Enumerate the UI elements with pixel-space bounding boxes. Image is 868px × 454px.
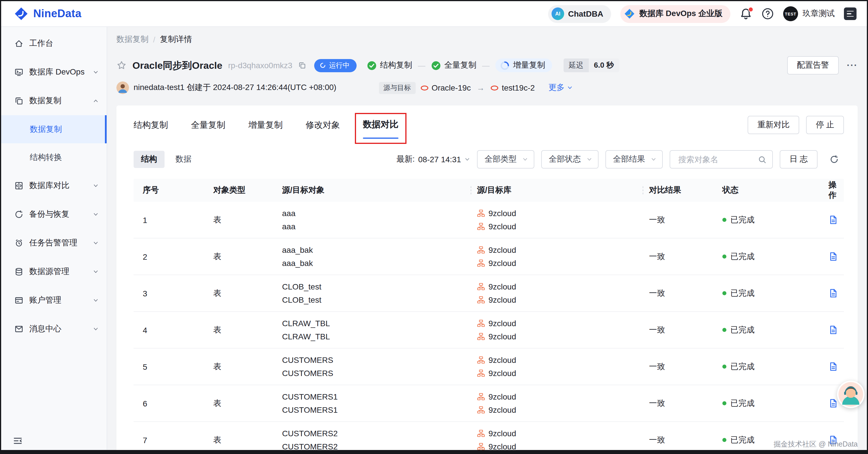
search-input[interactable] xyxy=(677,154,758,164)
configure-alert-button[interactable]: 配置告警 xyxy=(787,56,839,74)
sidebar-item[interactable]: 数据库 DevOps xyxy=(1,58,106,87)
row-status: 已完成 xyxy=(722,215,829,225)
status-dot xyxy=(722,291,726,295)
datasource-node-icon xyxy=(477,222,485,230)
compare-result: 一致 xyxy=(649,251,722,262)
oracle-icon xyxy=(490,84,499,92)
status-filter-select[interactable]: 全部状态 xyxy=(541,150,598,168)
task-header: Oracle同步到Oracle rp-d3qhaxo0mkz3 运行中 结构复制… xyxy=(116,56,858,74)
delay-chip: 延迟 6.0 秒 xyxy=(564,59,619,72)
check-circle-icon xyxy=(431,61,441,70)
main-content: 数据复制 / 复制详情 Oracle同步到Oracle rp-d3qhaxo0m… xyxy=(107,27,867,453)
user-menu[interactable]: TEST 玖章测试 xyxy=(783,6,835,21)
row-index: 5 xyxy=(133,362,213,371)
devops-edition-button[interactable]: 数据库 DevOps 企业版 xyxy=(621,5,731,23)
row-index: 7 xyxy=(133,435,213,445)
chatdba-button[interactable]: AI ChatDBA xyxy=(548,5,612,23)
customer-service-avatar[interactable] xyxy=(837,381,865,408)
sidebar-item[interactable]: 数据源管理 xyxy=(1,257,106,286)
sidebar-item[interactable]: 备份与恢复 xyxy=(1,200,106,229)
compare-table: 序号对象类型源/目标对象源/目标库对比结果状态操作 1表aaaaaa9zclou… xyxy=(133,179,844,453)
sidebar-item[interactable]: 账户管理 xyxy=(1,286,106,315)
source-target-object: aaaaaa xyxy=(282,207,477,233)
help-icon[interactable] xyxy=(762,7,774,20)
replication-step: 全量复制 xyxy=(431,60,476,70)
sidebar-subitem[interactable]: 结构转换 xyxy=(1,143,106,171)
task-id: rp-d3qhaxo0mkz3 xyxy=(228,61,292,70)
report-doc-icon[interactable] xyxy=(829,325,838,335)
row-status: 已完成 xyxy=(722,251,829,262)
refresh-icon[interactable] xyxy=(825,150,844,168)
tab-全量复制[interactable]: 全量复制 xyxy=(191,120,225,139)
result-filter-select[interactable]: 全部结果 xyxy=(606,150,663,168)
column-header: 源/目标库 xyxy=(477,179,649,202)
star-icon[interactable] xyxy=(116,60,127,70)
row-status: 已完成 xyxy=(722,398,829,409)
type-filter-select[interactable]: 全部类型 xyxy=(477,150,534,168)
report-doc-icon[interactable] xyxy=(829,252,838,261)
replication-step: 结构复制 xyxy=(367,60,412,70)
report-doc-icon[interactable] xyxy=(829,398,838,408)
log-button[interactable]: 日 志 xyxy=(780,150,817,168)
account-icon xyxy=(14,296,24,305)
tab-bar: 结构复制全量复制增量复制修改对象数据对比 xyxy=(133,119,399,139)
source-target-label: 源与目标 xyxy=(379,82,415,94)
status-dot xyxy=(722,364,726,368)
docs-panel-icon[interactable] xyxy=(844,7,857,20)
tab-修改对象[interactable]: 修改对象 xyxy=(306,120,340,139)
row-status: 已完成 xyxy=(722,288,829,298)
user-avatar: TEST xyxy=(783,6,798,21)
sidebar-item[interactable]: 工作台 xyxy=(1,29,106,58)
recompare-button[interactable]: 重新对比 xyxy=(748,116,799,134)
copy-icon[interactable] xyxy=(298,61,306,69)
loading-spinner-icon xyxy=(500,61,510,70)
sidebar-item[interactable]: 任务告警管理 xyxy=(1,229,106,257)
row-index: 3 xyxy=(133,289,213,298)
notification-bell-icon[interactable] xyxy=(740,7,752,20)
mode-chip[interactable]: 数据 xyxy=(168,151,199,168)
datasource-node-icon xyxy=(477,209,485,217)
object-type: 表 xyxy=(213,288,282,298)
more-actions-icon[interactable]: ··· xyxy=(847,60,858,70)
compare-result: 一致 xyxy=(649,325,722,335)
chevron-down-icon xyxy=(93,269,99,274)
status-dot xyxy=(722,255,726,259)
sidebar-item[interactable]: 数据复制 xyxy=(1,87,106,115)
status-dot xyxy=(722,401,726,405)
table-row: 3表CLOB_testCLOB_test9zcloud9zcloud一致已完成 xyxy=(133,275,844,312)
mode-chip[interactable]: 结构 xyxy=(133,151,164,168)
sidebar-collapse-icon[interactable] xyxy=(12,436,23,446)
more-link[interactable]: 更多 xyxy=(549,83,573,93)
target-datasource[interactable]: test19c-2 xyxy=(490,83,535,92)
row-index: 6 xyxy=(133,399,213,408)
source-target-db: 9zcloud9zcloud xyxy=(477,390,649,417)
source-datasource[interactable]: Oracle-19c xyxy=(420,83,471,92)
check-circle-icon xyxy=(367,61,377,70)
tab-数据对比[interactable]: 数据对比 xyxy=(363,119,399,139)
report-doc-icon[interactable] xyxy=(829,362,838,371)
chevron-down-icon xyxy=(93,69,99,75)
report-doc-icon[interactable] xyxy=(829,215,838,225)
sidebar-subitem[interactable]: 数据复制 xyxy=(1,115,106,143)
ai-icon: AI xyxy=(552,7,564,20)
breadcrumb: 数据复制 / 复制详情 xyxy=(116,34,858,45)
report-doc-icon[interactable] xyxy=(829,288,838,298)
source-target-db: 9zcloud9zcloud xyxy=(477,317,649,343)
datasource-icon xyxy=(14,267,24,276)
brand-logo[interactable]: NineData xyxy=(14,6,82,21)
stop-button[interactable]: 停 止 xyxy=(806,116,844,134)
breadcrumb-parent[interactable]: 数据复制 xyxy=(116,34,149,45)
table-row: 1表aaaaaa9zcloud9zcloud一致已完成 xyxy=(133,202,844,238)
source-target-object: CLOB_testCLOB_test xyxy=(282,280,477,306)
compare-result: 一致 xyxy=(649,398,722,409)
row-status: 已完成 xyxy=(722,361,829,372)
tab-结构复制[interactable]: 结构复制 xyxy=(133,120,168,139)
tab-增量复制[interactable]: 增量复制 xyxy=(248,120,283,139)
sidebar-item[interactable]: 消息中心 xyxy=(1,315,106,344)
status-dot xyxy=(722,328,726,332)
sidebar-item-label: 数据库 DevOps xyxy=(29,67,85,77)
search-icon[interactable] xyxy=(758,155,767,164)
latest-time-select[interactable]: 最新: 08-27 14:31 xyxy=(397,154,470,164)
sidebar-item[interactable]: 数据库对比 xyxy=(1,171,106,200)
status-badge: 运行中 xyxy=(314,59,356,72)
